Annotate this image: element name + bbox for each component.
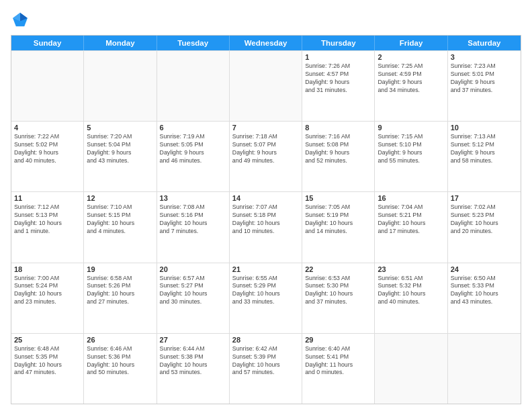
- calendar-cell: 19Sunrise: 6:58 AM Sunset: 5:26 PM Dayli…: [84, 263, 157, 333]
- calendar-cell: 7Sunrise: 7:18 AM Sunset: 5:07 PM Daylig…: [230, 122, 302, 191]
- day-number: 8: [305, 124, 371, 132]
- day-info: Sunrise: 7:22 AM Sunset: 5:02 PM Dayligh…: [14, 133, 81, 165]
- calendar-row-4: 18Sunrise: 7:00 AM Sunset: 5:24 PM Dayli…: [11, 263, 521, 333]
- weekday-header-sunday: Sunday: [11, 36, 84, 50]
- calendar-cell: 28Sunrise: 6:42 AM Sunset: 5:39 PM Dayli…: [230, 334, 302, 404]
- day-number: 25: [14, 336, 81, 344]
- day-info: Sunrise: 7:23 AM Sunset: 5:01 PM Dayligh…: [451, 62, 518, 95]
- calendar-row-5: 25Sunrise: 6:48 AM Sunset: 5:35 PM Dayli…: [11, 333, 521, 404]
- day-number: 20: [160, 265, 226, 273]
- calendar-cell: [11, 51, 84, 121]
- calendar-cell: 20Sunrise: 6:57 AM Sunset: 5:27 PM Dayli…: [157, 263, 230, 333]
- calendar-cell: 8Sunrise: 7:16 AM Sunset: 5:08 PM Daylig…: [302, 122, 375, 191]
- calendar-cell: 3Sunrise: 7:23 AM Sunset: 5:01 PM Daylig…: [448, 51, 521, 121]
- day-info: Sunrise: 7:08 AM Sunset: 5:16 PM Dayligh…: [160, 203, 226, 236]
- calendar-cell: 5Sunrise: 7:20 AM Sunset: 5:04 PM Daylig…: [84, 122, 157, 191]
- day-info: Sunrise: 6:48 AM Sunset: 5:35 PM Dayligh…: [14, 345, 81, 377]
- day-number: 22: [305, 265, 371, 273]
- day-number: 10: [451, 124, 518, 132]
- day-info: Sunrise: 6:51 AM Sunset: 5:32 PM Dayligh…: [378, 275, 444, 307]
- day-info: Sunrise: 6:44 AM Sunset: 5:38 PM Dayligh…: [160, 345, 226, 377]
- day-number: 5: [87, 124, 153, 132]
- calendar-cell: 12Sunrise: 7:10 AM Sunset: 5:15 PM Dayli…: [84, 192, 157, 262]
- day-info: Sunrise: 6:53 AM Sunset: 5:30 PM Dayligh…: [305, 275, 371, 307]
- day-number: 27: [160, 336, 226, 344]
- calendar-row-2: 4Sunrise: 7:22 AM Sunset: 5:02 PM Daylig…: [11, 121, 521, 191]
- header: [11, 11, 521, 30]
- weekday-header-friday: Friday: [375, 36, 447, 50]
- calendar-cell: 13Sunrise: 7:08 AM Sunset: 5:16 PM Dayli…: [157, 192, 230, 262]
- day-number: 6: [160, 124, 226, 132]
- day-number: 9: [378, 124, 444, 132]
- weekday-header-thursday: Thursday: [302, 36, 375, 50]
- calendar-cell: 23Sunrise: 6:51 AM Sunset: 5:32 PM Dayli…: [375, 263, 447, 333]
- calendar-cell: 2Sunrise: 7:25 AM Sunset: 4:59 PM Daylig…: [375, 51, 447, 121]
- day-number: 12: [87, 194, 153, 202]
- day-number: 19: [87, 265, 153, 273]
- day-number: 18: [14, 265, 81, 273]
- calendar-cell: [448, 334, 521, 404]
- calendar-cell: 24Sunrise: 6:50 AM Sunset: 5:33 PM Dayli…: [448, 263, 521, 333]
- day-info: Sunrise: 7:00 AM Sunset: 5:24 PM Dayligh…: [14, 275, 81, 307]
- day-info: Sunrise: 7:05 AM Sunset: 5:19 PM Dayligh…: [305, 203, 371, 236]
- day-info: Sunrise: 7:12 AM Sunset: 5:13 PM Dayligh…: [14, 203, 81, 236]
- day-info: Sunrise: 7:26 AM Sunset: 4:57 PM Dayligh…: [305, 62, 371, 95]
- day-number: 26: [87, 336, 153, 344]
- calendar-cell: 16Sunrise: 7:04 AM Sunset: 5:21 PM Dayli…: [375, 192, 447, 262]
- day-info: Sunrise: 6:57 AM Sunset: 5:27 PM Dayligh…: [160, 275, 226, 307]
- logo-icon: [11, 11, 30, 30]
- day-info: Sunrise: 7:18 AM Sunset: 5:07 PM Dayligh…: [232, 133, 299, 165]
- day-number: 13: [160, 194, 226, 202]
- day-number: 11: [14, 194, 81, 202]
- day-number: 16: [378, 194, 444, 202]
- calendar-cell: 21Sunrise: 6:55 AM Sunset: 5:29 PM Dayli…: [230, 263, 302, 333]
- calendar-cell: 27Sunrise: 6:44 AM Sunset: 5:38 PM Dayli…: [157, 334, 230, 404]
- calendar-cell: 1Sunrise: 7:26 AM Sunset: 4:57 PM Daylig…: [302, 51, 375, 121]
- calendar-cell: 22Sunrise: 6:53 AM Sunset: 5:30 PM Dayli…: [302, 263, 375, 333]
- calendar-body: 1Sunrise: 7:26 AM Sunset: 4:57 PM Daylig…: [11, 50, 521, 404]
- day-info: Sunrise: 7:15 AM Sunset: 5:10 PM Dayligh…: [378, 133, 444, 165]
- calendar-row-1: 1Sunrise: 7:26 AM Sunset: 4:57 PM Daylig…: [11, 50, 521, 121]
- calendar-cell: 15Sunrise: 7:05 AM Sunset: 5:19 PM Dayli…: [302, 192, 375, 262]
- weekday-header-monday: Monday: [84, 36, 157, 50]
- calendar: SundayMondayTuesdayWednesdayThursdayFrid…: [11, 35, 521, 404]
- day-info: Sunrise: 6:42 AM Sunset: 5:39 PM Dayligh…: [232, 345, 299, 377]
- day-number: 17: [451, 194, 518, 202]
- weekday-header-tuesday: Tuesday: [157, 36, 230, 50]
- day-number: 23: [378, 265, 444, 273]
- weekday-header-saturday: Saturday: [448, 36, 521, 50]
- day-info: Sunrise: 6:58 AM Sunset: 5:26 PM Dayligh…: [87, 275, 153, 307]
- calendar-row-3: 11Sunrise: 7:12 AM Sunset: 5:13 PM Dayli…: [11, 191, 521, 262]
- day-number: 1: [305, 53, 371, 61]
- day-number: 21: [232, 265, 299, 273]
- day-info: Sunrise: 7:19 AM Sunset: 5:05 PM Dayligh…: [160, 133, 226, 165]
- calendar-cell: 26Sunrise: 6:46 AM Sunset: 5:36 PM Dayli…: [84, 334, 157, 404]
- day-info: Sunrise: 7:20 AM Sunset: 5:04 PM Dayligh…: [87, 133, 153, 165]
- calendar-cell: [84, 51, 157, 121]
- day-info: Sunrise: 7:02 AM Sunset: 5:23 PM Dayligh…: [451, 203, 518, 236]
- day-info: Sunrise: 6:50 AM Sunset: 5:33 PM Dayligh…: [451, 275, 518, 307]
- page: SundayMondayTuesdayWednesdayThursdayFrid…: [0, 0, 532, 411]
- calendar-cell: 29Sunrise: 6:40 AM Sunset: 5:41 PM Dayli…: [302, 334, 375, 404]
- calendar-cell: 25Sunrise: 6:48 AM Sunset: 5:35 PM Dayli…: [11, 334, 84, 404]
- day-info: Sunrise: 6:46 AM Sunset: 5:36 PM Dayligh…: [87, 345, 153, 377]
- day-number: 28: [232, 336, 299, 344]
- day-number: 4: [14, 124, 81, 132]
- calendar-cell: 6Sunrise: 7:19 AM Sunset: 5:05 PM Daylig…: [157, 122, 230, 191]
- day-number: 7: [232, 124, 299, 132]
- calendar-header: SundayMondayTuesdayWednesdayThursdayFrid…: [11, 36, 521, 50]
- weekday-header-wednesday: Wednesday: [230, 36, 302, 50]
- day-number: 29: [305, 336, 371, 344]
- calendar-cell: [157, 51, 230, 121]
- calendar-cell: [230, 51, 302, 121]
- day-info: Sunrise: 6:40 AM Sunset: 5:41 PM Dayligh…: [305, 345, 371, 377]
- day-number: 3: [451, 53, 518, 61]
- day-info: Sunrise: 7:04 AM Sunset: 5:21 PM Dayligh…: [378, 203, 444, 236]
- day-info: Sunrise: 6:55 AM Sunset: 5:29 PM Dayligh…: [232, 275, 299, 307]
- day-info: Sunrise: 7:13 AM Sunset: 5:12 PM Dayligh…: [451, 133, 518, 165]
- day-number: 15: [305, 194, 371, 202]
- calendar-cell: 10Sunrise: 7:13 AM Sunset: 5:12 PM Dayli…: [448, 122, 521, 191]
- calendar-cell: 18Sunrise: 7:00 AM Sunset: 5:24 PM Dayli…: [11, 263, 84, 333]
- calendar-cell: 17Sunrise: 7:02 AM Sunset: 5:23 PM Dayli…: [448, 192, 521, 262]
- day-info: Sunrise: 7:25 AM Sunset: 4:59 PM Dayligh…: [378, 62, 444, 95]
